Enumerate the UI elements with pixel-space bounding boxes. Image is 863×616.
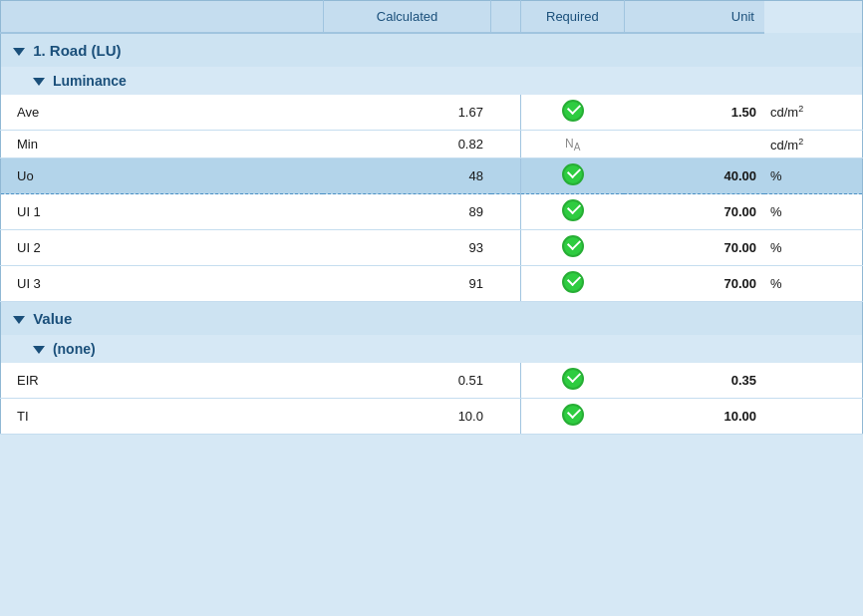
calculated-value: 10.0 [323, 399, 491, 435]
table-row[interactable]: EIR 0.51 0.35 [1, 363, 863, 399]
row-label: UI 2 [1, 230, 324, 266]
table-row[interactable]: Ave 1.67 1.50 cd/m2 [1, 95, 863, 131]
separator-cell [491, 399, 521, 435]
required-value: 70.00 [624, 230, 764, 266]
header-name [1, 1, 324, 34]
required-value: 10.00 [624, 399, 764, 435]
row-label: Uo [1, 158, 324, 194]
unit-cell: cd/m2 [764, 131, 863, 158]
check-icon [562, 368, 584, 390]
separator-cell [491, 158, 521, 194]
calculated-value: 1.67 [323, 95, 491, 131]
subsection-header-luminance: Luminance [1, 67, 863, 95]
separator-cell [491, 266, 521, 302]
calculated-value: 93 [323, 230, 491, 266]
row-label: EIR [1, 363, 324, 399]
status-cell [521, 399, 625, 435]
separator-cell [491, 194, 521, 230]
collapse-triangle[interactable] [13, 48, 25, 56]
unit-cell: % [764, 158, 863, 194]
status-cell: NA [521, 131, 625, 158]
section-title: Value [33, 310, 72, 327]
row-label: Min [1, 131, 324, 158]
unit-cell [764, 363, 863, 399]
section-title: 1. Road (LU) [33, 42, 121, 59]
subsection-header-none: (none) [1, 335, 863, 363]
unit-cell: % [764, 194, 863, 230]
status-cell [521, 95, 625, 131]
required-value: 70.00 [624, 194, 764, 230]
unit-cell: % [764, 266, 863, 302]
calculated-value: 0.51 [323, 363, 491, 399]
check-icon [562, 199, 584, 221]
check-icon [562, 235, 584, 257]
calculated-value: 89 [323, 194, 491, 230]
table-row[interactable]: Uo 48 40.00 % [1, 158, 863, 194]
calculated-value: 48 [323, 158, 491, 194]
unit-cell: cd/m2 [764, 95, 863, 131]
check-icon [562, 163, 584, 185]
subsection-title: (none) [53, 341, 96, 357]
separator-cell [491, 131, 521, 158]
collapse-triangle[interactable] [33, 78, 45, 86]
subsection-title: Luminance [53, 73, 127, 89]
header-sep [491, 1, 521, 34]
check-icon [562, 404, 584, 426]
row-label: Ave [1, 95, 324, 131]
row-label: UI 3 [1, 266, 324, 302]
section-header-road-lu: 1. Road (LU) [1, 33, 863, 67]
unit-cell [764, 399, 863, 435]
table-row[interactable]: UI 3 91 70.00 % [1, 266, 863, 302]
table-row[interactable]: UI 1 89 70.00 % [1, 194, 863, 230]
status-cell [521, 194, 625, 230]
table-header: Calculated Required Unit [1, 1, 863, 34]
calculated-value: 0.82 [323, 131, 491, 158]
table-row[interactable]: UI 2 93 70.00 % [1, 230, 863, 266]
header-unit: Unit [624, 1, 764, 34]
na-text: NA [565, 137, 580, 151]
unit-cell: % [764, 230, 863, 266]
status-cell [521, 230, 625, 266]
header-required: Required [521, 1, 625, 34]
header-calculated: Calculated [323, 1, 491, 34]
separator-cell [491, 95, 521, 131]
collapse-triangle[interactable] [33, 346, 45, 354]
required-value: 0.35 [624, 363, 764, 399]
row-label: TI [1, 399, 324, 435]
results-table: Calculated Required Unit 1. Road (LU) Lu… [0, 0, 863, 435]
required-value: 70.00 [624, 266, 764, 302]
required-value [624, 131, 764, 158]
collapse-triangle[interactable] [13, 316, 25, 324]
status-cell [521, 266, 625, 302]
section-header-value: Value [1, 302, 863, 336]
calculated-value: 91 [323, 266, 491, 302]
row-label: UI 1 [1, 194, 324, 230]
required-value: 1.50 [624, 95, 764, 131]
required-value: 40.00 [624, 158, 764, 194]
status-cell [521, 363, 625, 399]
table-row[interactable]: Min 0.82 NA cd/m2 [1, 131, 863, 158]
status-cell [521, 158, 625, 194]
separator-cell [491, 230, 521, 266]
check-icon [562, 100, 584, 122]
check-icon [562, 271, 584, 293]
table-row[interactable]: TI 10.0 10.00 [1, 399, 863, 435]
separator-cell [491, 363, 521, 399]
